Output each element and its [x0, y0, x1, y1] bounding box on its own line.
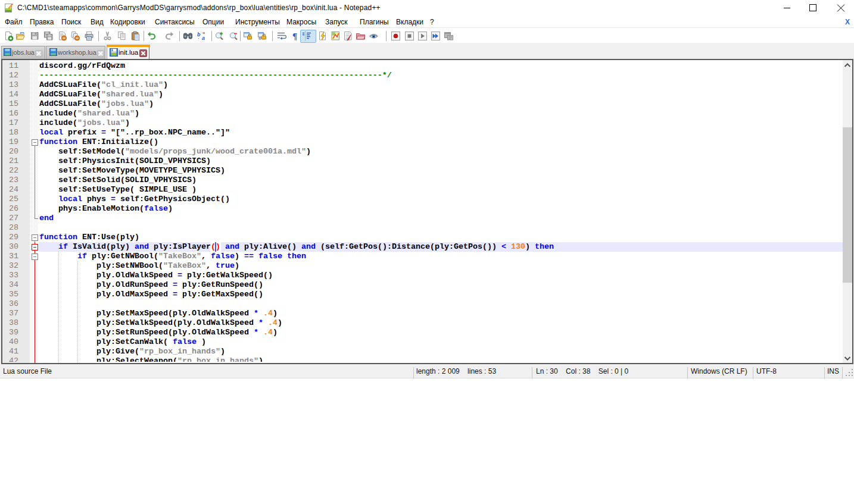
svg-text:¶: ¶: [292, 32, 297, 41]
svg-text:b: b: [197, 32, 201, 37]
svg-text:a: a: [202, 35, 205, 41]
